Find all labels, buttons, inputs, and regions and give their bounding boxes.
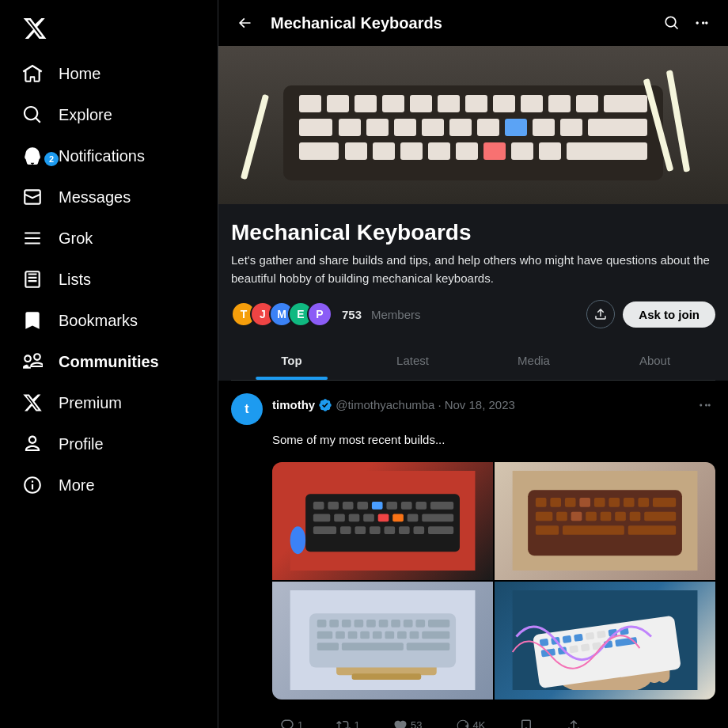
community-header-bar: Mechanical Keyboards (218, 0, 728, 46)
bell-icon: 2 (22, 146, 43, 166)
sidebar-item-label-profile: Profile (59, 435, 104, 453)
sidebar-item-label-more: More (59, 476, 95, 495)
svg-rect-92 (329, 620, 339, 628)
sidebar-item-label-communities: Communities (59, 353, 159, 371)
community-description: Let's gather and share builds and tips, … (231, 252, 715, 287)
sidebar-item-label-bookmarks: Bookmarks (59, 312, 138, 330)
mail-icon (22, 187, 43, 207)
sidebar-item-more[interactable]: More (9, 465, 208, 505)
sidebar-item-explore[interactable]: Explore (9, 95, 208, 135)
svg-rect-60 (384, 526, 395, 534)
svg-rect-112 (407, 643, 450, 650)
tweet-avatar[interactable]: t (231, 393, 263, 425)
svg-rect-29 (456, 142, 478, 160)
tweet-feed: t timothy @timothyachumba · Nov 18, 2023 (218, 381, 728, 728)
sidebar-item-grok[interactable]: Grok (9, 218, 208, 258)
more-circle-icon (22, 475, 43, 495)
tweet-more-button[interactable] (695, 393, 715, 416)
svg-rect-110 (317, 643, 339, 650)
search-icon (22, 104, 43, 125)
svg-rect-111 (342, 643, 404, 650)
views-button[interactable]: 4K (448, 712, 494, 729)
like-count: 53 (411, 719, 422, 729)
sidebar-item-bookmarks[interactable]: Bookmarks (9, 301, 208, 340)
tab-about[interactable]: About (594, 341, 715, 380)
svg-rect-94 (354, 620, 363, 628)
tab-top[interactable]: Top (231, 341, 352, 380)
sidebar-item-home[interactable]: Home (9, 54, 208, 93)
svg-rect-124 (597, 630, 606, 638)
svg-rect-24 (299, 142, 339, 160)
sidebar-item-notifications[interactable]: 2 Notifications (9, 136, 208, 176)
svg-rect-49 (334, 514, 345, 521)
share-tweet-button[interactable] (559, 712, 589, 729)
more-options-button[interactable] (688, 9, 715, 36)
svg-rect-63 (428, 526, 453, 534)
sidebar-item-label-explore: Explore (59, 106, 112, 124)
share-button[interactable] (586, 300, 615, 328)
tab-media[interactable]: Media (473, 341, 594, 380)
tweet-image-4[interactable] (495, 582, 715, 700)
reply-count: 1 (298, 719, 303, 729)
svg-rect-40 (328, 502, 339, 510)
tweet-meta: timothy @timothyachumba · Nov 18, 2023 (272, 393, 715, 416)
community-banner (218, 46, 728, 204)
svg-rect-10 (548, 95, 571, 112)
svg-rect-73 (624, 498, 635, 507)
member-label: Members (371, 308, 421, 321)
verified-icon (318, 397, 332, 412)
svg-rect-72 (609, 498, 620, 507)
banner-svg (236, 54, 711, 196)
svg-rect-1 (299, 95, 321, 112)
x-premium-icon (22, 392, 43, 413)
back-button[interactable] (231, 9, 258, 36)
svg-rect-48 (313, 514, 330, 521)
tweet-author-name: timothy (272, 398, 315, 411)
svg-rect-16 (394, 119, 416, 136)
svg-rect-82 (630, 511, 641, 521)
svg-rect-74 (638, 498, 649, 507)
svg-rect-27 (400, 142, 423, 160)
member-avatars: T J M E P (231, 301, 332, 327)
tweet-image-2[interactable] (495, 462, 715, 580)
community-icon (22, 351, 43, 372)
svg-rect-109 (422, 631, 449, 639)
svg-rect-5 (410, 95, 432, 112)
svg-rect-79 (586, 511, 597, 521)
avatar: P (307, 301, 332, 327)
svg-rect-14 (339, 119, 361, 136)
svg-rect-76 (536, 511, 552, 521)
sidebar-item-profile[interactable]: Profile (9, 424, 208, 464)
svg-rect-23 (588, 119, 647, 136)
svg-rect-7 (465, 95, 487, 112)
search-button[interactable] (658, 9, 685, 36)
svg-rect-47 (430, 502, 453, 510)
svg-rect-62 (413, 526, 424, 534)
tweet-image-1[interactable] (272, 462, 493, 580)
svg-rect-28 (428, 142, 450, 160)
svg-rect-44 (386, 502, 397, 510)
sidebar-item-premium[interactable]: Premium (9, 383, 208, 423)
svg-rect-56 (313, 526, 336, 534)
svg-rect-77 (556, 511, 567, 521)
svg-rect-31 (511, 142, 533, 160)
join-button[interactable]: Ask to join (623, 301, 715, 328)
home-icon (22, 63, 43, 84)
svg-rect-121 (563, 635, 572, 643)
banner-image (218, 46, 728, 204)
svg-rect-19 (477, 119, 499, 136)
svg-rect-50 (349, 514, 360, 521)
retweet-button[interactable]: 1 (328, 712, 367, 729)
reply-button[interactable]: 1 (272, 712, 311, 729)
sidebar-item-messages[interactable]: Messages (9, 177, 208, 217)
svg-rect-130 (581, 643, 590, 651)
bookmark-tweet-button[interactable] (511, 712, 541, 729)
svg-rect-104 (360, 631, 370, 639)
sidebar-item-communities[interactable]: Communities (9, 342, 208, 381)
like-button[interactable]: 53 (385, 712, 430, 729)
tab-latest[interactable]: Latest (352, 341, 473, 380)
svg-rect-18 (449, 119, 472, 136)
sidebar-item-lists[interactable]: Lists (9, 260, 208, 299)
x-logo[interactable] (9, 6, 208, 51)
tweet-image-3[interactable] (272, 582, 493, 700)
